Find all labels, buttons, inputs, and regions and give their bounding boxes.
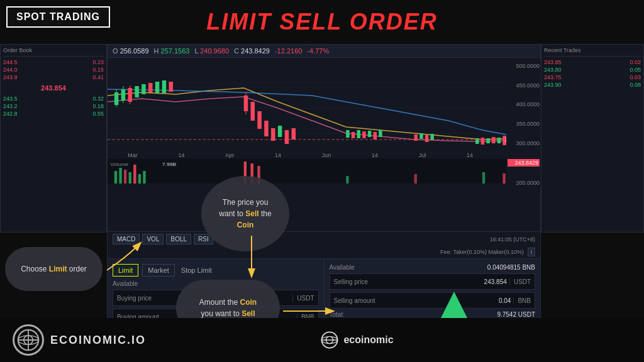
svg-rect-35 bbox=[425, 135, 428, 142]
price-scale: 500.0000 450.0000 400.0000 350.0000 300.… bbox=[506, 62, 541, 187]
sell-amount-input[interactable]: Selling amount 0.04 BNB bbox=[330, 292, 536, 309]
svg-rect-12 bbox=[142, 84, 146, 94]
fee-row: Fee: Taker(0.10%) Maker(0.10%) i bbox=[107, 245, 541, 259]
svg-rect-33 bbox=[414, 134, 418, 141]
svg-rect-24 bbox=[285, 130, 289, 144]
trade-row: 243.850.02 bbox=[544, 59, 641, 65]
buy-available-label: Available bbox=[113, 280, 138, 287]
logo-left: ECOINOMIC.IO bbox=[13, 324, 146, 356]
macd-btn[interactable]: MACD bbox=[113, 234, 140, 244]
order-book-row: 244.50.23 bbox=[3, 59, 104, 65]
sell-available-val: 0.04094815 BNB bbox=[487, 264, 535, 271]
sell-price-currency: USDT bbox=[509, 278, 535, 285]
order-book-row: 243.20.18 bbox=[3, 103, 104, 109]
order-tabs: Limit Market Stop Limit bbox=[113, 264, 319, 277]
fee-icon: i bbox=[528, 248, 535, 256]
svg-rect-15 bbox=[162, 80, 167, 93]
svg-rect-52 bbox=[119, 168, 121, 184]
sell-total-label: Total: bbox=[330, 311, 345, 318]
svg-rect-31 bbox=[374, 132, 377, 140]
svg-rect-14 bbox=[155, 82, 160, 93]
svg-rect-29 bbox=[362, 131, 365, 138]
left-panel: Order Book 244.50.23 244.00.15 243.90.41… bbox=[0, 44, 107, 233]
svg-rect-13 bbox=[148, 83, 153, 92]
vol-btn[interactable]: VOL bbox=[142, 234, 164, 244]
right-panel-header: Recent Trades bbox=[544, 47, 641, 57]
sell-price-label: Selling price bbox=[330, 278, 482, 285]
sell-amount-value: 0.04 bbox=[496, 297, 513, 304]
form-right-info: 16:41:05 (UTC+8) bbox=[490, 236, 535, 243]
svg-rect-63 bbox=[482, 172, 485, 184]
trade-row: 243.900.08 bbox=[544, 82, 641, 88]
svg-rect-41 bbox=[497, 138, 501, 143]
svg-rect-57 bbox=[143, 171, 145, 184]
svg-rect-34 bbox=[419, 133, 423, 139]
header: SPOT TRADING LIMIT SELL ORDER bbox=[0, 0, 644, 44]
logo-text: ECOINOMIC.IO bbox=[50, 334, 146, 347]
volume-bars: Volume 7.99B bbox=[108, 158, 540, 184]
main-content: O 256.0589 H 257.1563 L 240.9680 C 243.8… bbox=[0, 44, 644, 362]
svg-rect-21 bbox=[264, 121, 269, 136]
bubble-price-text: The price youwant to Sell theCoin bbox=[219, 197, 271, 231]
svg-text:7.99B: 7.99B bbox=[162, 161, 177, 167]
svg-rect-62 bbox=[414, 174, 417, 184]
spot-trading-badge: SPOT TRADING bbox=[6, 6, 110, 28]
svg-rect-37 bbox=[475, 138, 479, 144]
svg-rect-28 bbox=[357, 130, 360, 138]
boll-btn[interactable]: BOLL bbox=[166, 234, 191, 244]
price-change-pct: -4.77% bbox=[307, 47, 329, 55]
buy-price-currency: USDT bbox=[292, 295, 318, 302]
sell-price-value: 243.854 bbox=[482, 278, 509, 285]
bubble-choose-limit: Choose Limit order bbox=[5, 247, 103, 291]
sell-available-label: Available bbox=[330, 264, 355, 271]
svg-rect-36 bbox=[431, 134, 434, 140]
price-o: O 256.0589 bbox=[113, 47, 149, 55]
svg-rect-16 bbox=[169, 82, 174, 92]
logo-center: ecoinomic bbox=[321, 331, 393, 349]
svg-rect-19 bbox=[251, 102, 255, 121]
svg-rect-30 bbox=[368, 131, 371, 137]
svg-rect-39 bbox=[486, 138, 489, 143]
right-panel: Recent Trades 243.850.02 243.800.05 243.… bbox=[541, 44, 644, 233]
trade-row: 243.800.05 bbox=[544, 67, 641, 73]
svg-rect-25 bbox=[292, 128, 296, 140]
order-book-row: 242.80.55 bbox=[3, 111, 104, 117]
trade-row: 243.750.03 bbox=[544, 74, 641, 80]
sell-total-val: 9.7542 USDT bbox=[497, 311, 535, 318]
tab-market[interactable]: Market bbox=[142, 264, 175, 277]
svg-rect-11 bbox=[135, 86, 139, 97]
price-h: H 257.1563 bbox=[154, 47, 190, 55]
sell-available-row: Available 0.04094815 BNB bbox=[330, 264, 536, 271]
left-panel-header: Order Book bbox=[3, 47, 104, 57]
recent-trades: 243.850.02 243.800.05 243.750.03 243.900… bbox=[544, 59, 641, 88]
tab-limit[interactable]: Limit bbox=[113, 264, 138, 277]
svg-rect-61 bbox=[346, 176, 348, 184]
order-book-row: 244.00.15 bbox=[3, 67, 104, 73]
price-l: L 240.9680 bbox=[194, 47, 229, 55]
chart-header: O 256.0589 H 257.1563 L 240.9680 C 243.8… bbox=[108, 45, 540, 58]
sell-amount-currency: BNB bbox=[513, 297, 535, 304]
chart-area: O 256.0589 H 257.1563 L 240.9680 C 243.8… bbox=[107, 44, 541, 233]
svg-rect-22 bbox=[271, 128, 275, 141]
svg-rect-54 bbox=[129, 172, 131, 184]
sell-price-input[interactable]: Selling price 243.854 USDT bbox=[330, 273, 536, 290]
mid-price: 243.854 bbox=[3, 84, 104, 92]
svg-rect-38 bbox=[481, 138, 484, 145]
bubble-price: The price youwant to Sell theCoin bbox=[201, 176, 289, 251]
svg-rect-27 bbox=[352, 132, 355, 138]
svg-rect-64 bbox=[502, 173, 505, 184]
indicator-buttons: MACD VOL BOLL RSI bbox=[113, 234, 213, 244]
bottom-bar: ECOINOMIC.IO ecoinomic bbox=[0, 318, 644, 362]
svg-rect-23 bbox=[278, 126, 282, 137]
svg-rect-32 bbox=[379, 130, 382, 137]
bubble-choose-text: Choose Limit order bbox=[21, 264, 87, 275]
sell-total-row: Total: 9.7542 USDT bbox=[330, 311, 536, 318]
svg-text:Volume: Volume bbox=[110, 161, 128, 167]
logo-center-text: ecoinomic bbox=[343, 334, 393, 346]
main-title: LIMIT SELL ORDER bbox=[206, 9, 437, 35]
tab-stop-limit[interactable]: Stop Limit bbox=[179, 265, 214, 276]
green-arrow-up bbox=[440, 292, 468, 319]
svg-rect-53 bbox=[124, 170, 126, 184]
ecoinomic-center-icon bbox=[321, 331, 338, 349]
logo-circle bbox=[13, 324, 44, 356]
